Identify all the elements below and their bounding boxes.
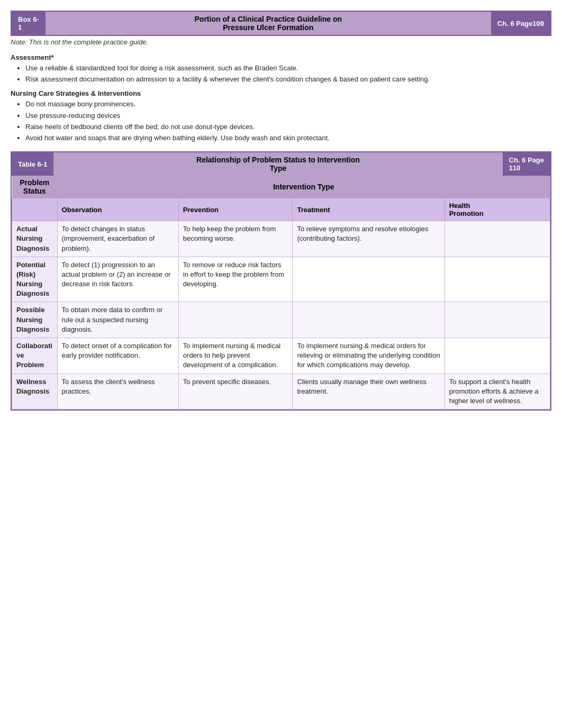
table6-wrapper: Table 6-1 Relationship of Problem Status… bbox=[11, 151, 551, 411]
table-row: PossibleNursingDiagnosis To obtain more … bbox=[12, 302, 550, 338]
row-treatment bbox=[293, 257, 445, 302]
list-item: Use pressure-reducing devices bbox=[25, 111, 551, 121]
table6-body: ActualNursingDiagnosis To detect changes… bbox=[12, 221, 550, 410]
row-health-promotion: To support a client's health promotion e… bbox=[445, 374, 550, 410]
row-label: WellnessDiagnosis bbox=[12, 374, 58, 410]
list-item: Avoid hot water and soaps that are dryin… bbox=[25, 133, 551, 143]
box6-header: Box 6- 1 Portion of a Clinical Practice … bbox=[11, 11, 551, 36]
row-health-promotion bbox=[445, 338, 550, 374]
intervention-type-label: Intervention Type bbox=[57, 176, 550, 198]
row-label: PossibleNursingDiagnosis bbox=[12, 302, 58, 338]
row-prevention: To remove or reduce risk factors in effo… bbox=[178, 257, 293, 302]
row-observation: To detect changes in status (improvement… bbox=[57, 221, 178, 257]
row-label: ActualNursingDiagnosis bbox=[12, 221, 58, 257]
box6-note: Note: This is not the complete practice … bbox=[11, 38, 551, 46]
list-item: Risk assessment documentation on admissi… bbox=[25, 75, 551, 84]
nursing-list: Do not massage bony prominences. Use pre… bbox=[11, 99, 551, 143]
row-observation: To assess the client's wellness practice… bbox=[57, 374, 178, 410]
row-treatment bbox=[293, 302, 445, 338]
row-label: Collaborative Problem bbox=[12, 338, 58, 374]
box6-title: Portion of a Clinical Practice Guideline… bbox=[46, 12, 491, 35]
problem-status-header: ProblemStatus bbox=[12, 176, 58, 198]
row-prevention bbox=[178, 302, 293, 338]
row-treatment: Clients usually manage their own wellnes… bbox=[293, 374, 445, 410]
assessment-heading: Assessment* bbox=[11, 53, 551, 61]
list-item: Do not massage bony prominences. bbox=[25, 99, 551, 109]
col-header-observation: Observation bbox=[57, 198, 178, 221]
list-item: Raise heels of bedbound clients off the … bbox=[25, 122, 551, 132]
row-prevention: To prevent specific diseases. bbox=[178, 374, 293, 410]
table-row: Collaborative Problem To detect onset of… bbox=[12, 338, 550, 374]
row-health-promotion bbox=[445, 257, 550, 302]
row-treatment: To relieve symptoms and resolve etiologi… bbox=[293, 221, 445, 257]
row-prevention: To help keep the problem from becoming w… bbox=[178, 221, 293, 257]
table-row: Potential(Risk)NursingDiagnosis To detec… bbox=[12, 257, 550, 302]
col-header-problem bbox=[12, 198, 58, 221]
table6-left-label: Table 6-1 bbox=[12, 152, 53, 176]
row-prevention: To implement nursing & medical orders to… bbox=[178, 338, 293, 374]
row-observation: To detect (1) progression to an actual p… bbox=[57, 257, 178, 302]
row-health-promotion bbox=[445, 221, 550, 257]
col-header-health-promotion: HealthPromotion bbox=[445, 198, 550, 221]
box6-page: Ch. 6 Page 109 bbox=[491, 12, 550, 35]
row-observation: To obtain more data to confirm or rule o… bbox=[57, 302, 178, 338]
row-health-promotion bbox=[445, 302, 550, 338]
table6-page: Ch. 6 Page 110 bbox=[503, 152, 550, 176]
table-row: WellnessDiagnosis To assess the client's… bbox=[12, 374, 550, 410]
nursing-heading: Nursing Care Strategies & Interventions bbox=[11, 89, 551, 97]
list-item: Use a reliable & standardized tool for d… bbox=[25, 63, 551, 73]
col-headers-row: Observation Prevention Treatment HealthP… bbox=[12, 198, 550, 221]
table6-header: Table 6-1 Relationship of Problem Status… bbox=[12, 152, 550, 176]
assessment-list: Use a reliable & standardized tool for d… bbox=[11, 63, 551, 84]
intervention-type-row: ProblemStatus Intervention Type bbox=[12, 176, 550, 198]
row-observation: To detect onset of a complication for ea… bbox=[57, 338, 178, 374]
col-header-treatment: Treatment bbox=[293, 198, 445, 221]
table6-title: Relationship of Problem Status to Interv… bbox=[53, 152, 502, 176]
col-header-prevention: Prevention bbox=[178, 198, 293, 221]
assessment-section: Assessment* Use a reliable & standardize… bbox=[11, 53, 551, 84]
row-treatment: To implement nursing & medical orders fo… bbox=[293, 338, 445, 374]
box6-left-label: Box 6- 1 bbox=[18, 15, 39, 31]
nursing-strategies-section: Nursing Care Strategies & Interventions … bbox=[11, 89, 551, 143]
table-row: ActualNursingDiagnosis To detect changes… bbox=[12, 221, 550, 257]
row-label: Potential(Risk)NursingDiagnosis bbox=[12, 257, 58, 302]
table6: ProblemStatus Intervention Type Observat… bbox=[12, 176, 550, 410]
